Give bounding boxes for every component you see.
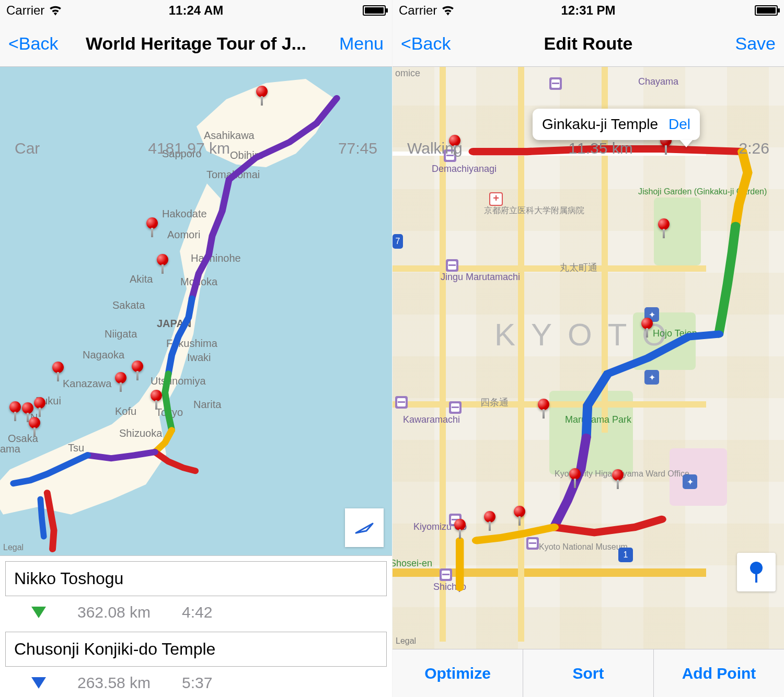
delete-button[interactable]: Del	[668, 116, 690, 133]
leg-distance: 263.58 km	[77, 674, 151, 692]
back-button[interactable]: <Back	[401, 33, 451, 54]
map-pin[interactable]	[132, 361, 143, 372]
poi-label: Jingu Marutamachi	[441, 272, 520, 283]
city-label: Tokyo	[156, 406, 183, 419]
map-pin[interactable]	[22, 402, 33, 414]
map-pin[interactable]	[641, 318, 653, 329]
poi-label: 丸太町通	[560, 261, 597, 274]
map-pin[interactable]	[115, 372, 126, 384]
battery-icon	[363, 5, 386, 16]
city-label: Narita	[193, 399, 221, 411]
map-pin[interactable]	[514, 506, 525, 517]
map-pin[interactable]	[9, 401, 21, 413]
route-shield-icon: ✦	[644, 370, 659, 385]
route-shield-icon: 7	[393, 234, 403, 249]
optimize-button[interactable]: Optimize	[393, 649, 523, 697]
city-label: Kofu	[115, 405, 136, 417]
menu-button[interactable]: Menu	[339, 33, 384, 54]
page-title: World Heritage Tour of J...	[86, 33, 306, 54]
map-pin[interactable]	[52, 362, 64, 373]
leg-duration: 5:37	[182, 674, 212, 692]
map-pin[interactable]	[29, 417, 40, 428]
poi-label: Kawaramachi	[403, 414, 460, 425]
city-label: Aomori	[167, 229, 200, 241]
map-pin[interactable]	[569, 468, 581, 480]
leg-distance: 362.08 km	[77, 603, 151, 621]
distance-label: 11.35 km	[568, 140, 632, 157]
city-label: Shizuoka	[119, 427, 162, 439]
country-label: JAPAN	[157, 318, 191, 330]
city-label: Tomakomai	[206, 169, 260, 181]
map-pin[interactable]	[538, 399, 549, 410]
route-list[interactable]: Nikko Toshogu 362.08 km 4:42 Chusonji Ko…	[0, 555, 392, 697]
map-pin[interactable]	[157, 254, 168, 265]
map-pin[interactable]	[34, 397, 45, 409]
sort-button[interactable]: Sort	[523, 649, 654, 697]
city-label: ama	[0, 443, 20, 455]
back-button[interactable]: <Back	[8, 33, 58, 54]
poi-label: Hojo Teien	[653, 328, 697, 339]
route-leg: 263.58 km 5:37	[0, 672, 392, 697]
map-pin[interactable]	[151, 390, 162, 401]
map-pin[interactable]	[658, 218, 670, 230]
compass-button[interactable]	[345, 508, 384, 547]
nav-bar: <Back Edit Route Save	[393, 21, 784, 67]
clock: 11:24 AM	[169, 3, 223, 18]
map-pin[interactable]	[454, 519, 466, 530]
pin-callout[interactable]: Ginkaku-ji Temple Del	[533, 109, 700, 140]
route-shield-icon: ✦	[683, 474, 697, 489]
wifi-icon	[441, 5, 455, 16]
status-bar: Carrier 12:31 PM	[393, 0, 784, 21]
poi-label: 四条通	[480, 396, 509, 409]
city-label: Morioka	[180, 276, 217, 288]
map-view[interactable]: Walking 11.35 km 2:26 KYOTO Chayama Dema…	[393, 67, 784, 649]
legal-label[interactable]: Legal	[396, 636, 416, 646]
map-view[interactable]: Car 4181.97 km 77:45 Asahikawa Sapporo O…	[0, 67, 392, 555]
poi-label: Kyoto National Museum	[539, 542, 628, 552]
route-leg: 362.08 km 4:42	[0, 601, 392, 626]
city-label: Niigata	[105, 328, 137, 340]
mode-label: Walking	[407, 140, 463, 157]
leg-duration: 4:42	[182, 603, 212, 621]
poi-label: omice	[395, 68, 420, 79]
museum-icon	[526, 537, 539, 550]
city-label: Iwaki	[187, 352, 211, 364]
phone-left: Carrier 11:24 AM <Back World Heritage To…	[0, 0, 392, 697]
city-label: Nagaoka	[83, 349, 124, 361]
add-point-button[interactable]: Add Point	[654, 649, 784, 697]
poi-label: 京都府立医科大学附属病院	[484, 205, 584, 216]
metro-icon	[440, 568, 452, 581]
poi-label: Demachiyanagi	[432, 164, 497, 175]
duration-label: 77:45	[338, 140, 377, 157]
poi-label: Shosei-en	[393, 558, 432, 569]
legal-label[interactable]: Legal	[3, 543, 24, 552]
city-label: Hachinohe	[191, 252, 241, 264]
map-pin[interactable]	[256, 86, 268, 97]
city-label: Tsu	[68, 442, 84, 454]
metro-icon	[395, 396, 408, 409]
city-label: Kanazawa	[63, 378, 111, 390]
metro-icon	[549, 77, 562, 90]
stop-item[interactable]: Chusonji Konjiki-do Temple	[5, 632, 387, 667]
clock: 12:31 PM	[561, 3, 615, 18]
page-title: Edit Route	[544, 33, 633, 54]
nav-bar: <Back World Heritage Tour of J... Menu	[0, 21, 392, 67]
battery-icon	[755, 5, 778, 16]
stop-item[interactable]: Nikko Toshogu	[5, 561, 387, 596]
duration-label: 2:26	[739, 140, 769, 157]
callout-title: Ginkaku-ji Temple	[542, 116, 658, 133]
svg-rect-1	[755, 572, 757, 583]
poi-label: Chayama	[638, 76, 678, 87]
hospital-icon	[489, 192, 503, 206]
city-label: Akita	[130, 273, 153, 285]
poi-label: Maruyama Park	[565, 414, 631, 425]
map-pin[interactable]	[612, 469, 624, 481]
carrier-label: Carrier	[399, 3, 437, 18]
carrier-label: Carrier	[6, 3, 44, 18]
poi-label: Jishoji Garden (Ginkaku-ji Garden)	[638, 187, 696, 196]
drop-pin-button[interactable]	[737, 553, 776, 591]
wifi-icon	[49, 5, 62, 16]
map-pin[interactable]	[146, 217, 158, 229]
map-pin[interactable]	[484, 511, 495, 522]
save-button[interactable]: Save	[735, 33, 776, 54]
